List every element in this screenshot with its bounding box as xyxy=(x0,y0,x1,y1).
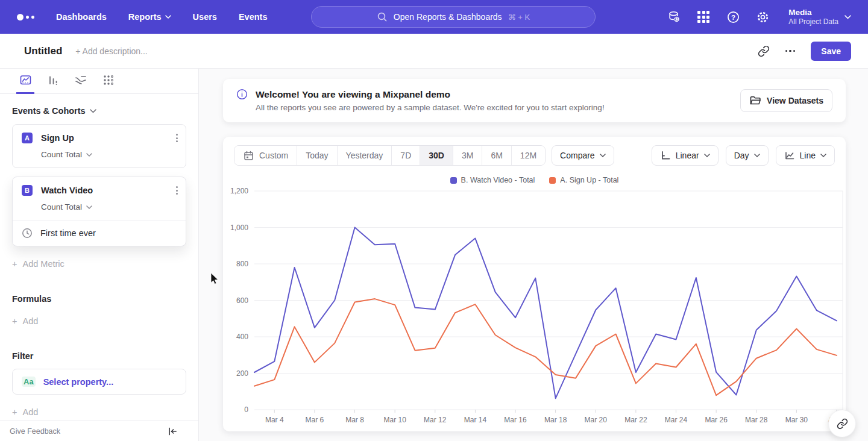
line-chart[interactable]: 02004006008001,0001,200Mar 4Mar 6Mar 8Ma… xyxy=(223,186,846,432)
add-formula-button[interactable]: + Add xyxy=(12,316,186,326)
svg-text:Mar 14: Mar 14 xyxy=(464,416,487,424)
search-icon xyxy=(377,11,388,22)
collapse-sidebar-button[interactable] xyxy=(167,426,178,437)
kebab-menu-icon[interactable] xyxy=(176,186,178,195)
range-today-label: Today xyxy=(306,151,328,160)
chevron-down-icon xyxy=(704,154,710,157)
tab-retention[interactable] xyxy=(99,69,118,94)
plus-icon: + xyxy=(12,259,17,269)
range-7d[interactable]: 7D xyxy=(392,146,420,165)
chart-type-label: Line xyxy=(800,151,816,160)
nav-users-label: Users xyxy=(193,12,217,22)
legend-item-watch-video[interactable]: B. Watch Video - Total xyxy=(450,176,535,184)
metric-name[interactable]: Sign Up xyxy=(41,133,74,143)
range-today[interactable]: Today xyxy=(297,146,337,165)
kebab-menu-icon[interactable] xyxy=(176,134,178,142)
granularity-label: Day xyxy=(734,151,749,160)
more-options-button[interactable] xyxy=(785,50,796,52)
svg-text:1,000: 1,000 xyxy=(230,224,248,232)
range-yesterday[interactable]: Yesterday xyxy=(338,146,392,165)
first-time-ever-label: First time ever xyxy=(40,228,96,238)
range-30d[interactable]: 30D xyxy=(420,146,453,165)
query-builder-sidebar: Events & Cohorts A Sign Up Count Total xyxy=(0,69,199,441)
tab-insights[interactable] xyxy=(16,69,34,94)
svg-text:400: 400 xyxy=(236,333,248,341)
save-button[interactable]: Save xyxy=(811,42,851,61)
svg-text:Mar 6: Mar 6 xyxy=(306,416,324,424)
legend-item-sign-up[interactable]: A. Sign Up - Total xyxy=(549,176,618,184)
svg-text:Mar 16: Mar 16 xyxy=(504,416,527,424)
range-12m[interactable]: 12M xyxy=(512,146,545,165)
chevron-down-icon xyxy=(754,154,760,157)
add-metric-button[interactable]: + Add Metric xyxy=(12,259,186,269)
filter-header: Filter xyxy=(12,351,186,361)
svg-text:?: ? xyxy=(731,13,735,20)
line-chart-icon xyxy=(784,150,795,161)
add-description-field[interactable]: + Add description... xyxy=(75,46,147,56)
nav-dashboards[interactable]: Dashboards xyxy=(56,12,107,22)
nav-events[interactable]: Events xyxy=(239,12,268,22)
view-datasets-button[interactable]: View Datasets xyxy=(740,89,832,112)
aggregation-dropdown[interactable]: Count Total xyxy=(41,150,177,159)
granularity-dropdown[interactable]: Day xyxy=(726,145,769,166)
events-cohorts-header[interactable]: Events & Cohorts xyxy=(12,106,186,116)
link-icon xyxy=(758,45,770,57)
svg-text:Mar 18: Mar 18 xyxy=(544,416,567,424)
help-icon[interactable]: ? xyxy=(726,10,740,24)
report-title[interactable]: Untitled xyxy=(24,45,62,57)
text-property-icon: Aa xyxy=(22,377,36,387)
data-management-icon[interactable] xyxy=(667,10,681,24)
metric-card-sign-up[interactable]: A Sign Up Count Total xyxy=(12,124,186,168)
primary-nav: Dashboards Reports Users Events xyxy=(56,12,267,22)
range-3m[interactable]: 3M xyxy=(453,146,482,165)
nav-reports-label: Reports xyxy=(128,12,162,22)
metric-card-watch-video[interactable]: B Watch Video Count Total First time eve… xyxy=(12,177,186,246)
legend-swatch xyxy=(549,177,556,184)
svg-text:Mar 20: Mar 20 xyxy=(585,416,608,424)
chevron-down-icon xyxy=(844,15,851,19)
add-filter-label: Add xyxy=(22,407,38,417)
settings-gear-icon[interactable] xyxy=(755,10,770,24)
metric-badge-a: A xyxy=(22,133,33,143)
svg-text:Mar 26: Mar 26 xyxy=(705,416,728,424)
global-search-input[interactable]: Open Reports & Dashboards ⌘ + K xyxy=(311,6,596,28)
nav-dashboards-label: Dashboards xyxy=(56,12,107,22)
sidebar-content: Events & Cohorts A Sign Up Count Total xyxy=(0,94,198,421)
aggregation-dropdown[interactable]: Count Total xyxy=(41,202,177,211)
project-selector[interactable]: Media All Project Data xyxy=(788,8,851,26)
nav-users[interactable]: Users xyxy=(193,12,217,22)
chart-type-dropdown[interactable]: Line xyxy=(776,145,835,166)
first-time-ever-option[interactable]: First time ever xyxy=(13,220,186,246)
nav-reports[interactable]: Reports xyxy=(128,12,171,22)
scale-dropdown[interactable]: Linear xyxy=(652,145,719,166)
tab-flows[interactable] xyxy=(72,69,90,94)
range-custom[interactable]: Custom xyxy=(234,146,297,165)
insights-chart-icon xyxy=(19,74,32,87)
project-scope: All Project Data xyxy=(788,17,838,26)
copy-link-button[interactable] xyxy=(758,45,770,57)
svg-text:Mar 10: Mar 10 xyxy=(383,416,406,424)
compare-dropdown[interactable]: Compare xyxy=(552,145,614,166)
filter-property-selector[interactable]: Aa Select property... xyxy=(12,369,186,395)
metric-name[interactable]: Watch Video xyxy=(41,186,93,195)
clock-icon xyxy=(22,228,33,239)
add-filter-button[interactable]: + Add xyxy=(12,407,186,417)
apps-grid-icon[interactable] xyxy=(696,10,711,24)
sidebar-footer: Give Feedback xyxy=(0,421,198,441)
svg-text:Mar 24: Mar 24 xyxy=(665,416,688,424)
date-range-segmented-control: Custom Today Yesterday 7D 30D 3M 6M 12M xyxy=(234,145,546,166)
retention-grid-icon xyxy=(102,74,115,86)
view-datasets-label: View Datasets xyxy=(767,96,823,105)
legend-label: B. Watch Video - Total xyxy=(461,176,535,184)
aggregation-label: Count Total xyxy=(41,202,82,211)
svg-text:800: 800 xyxy=(236,260,248,268)
insights-chart-card: Custom Today Yesterday 7D 30D 3M 6M 12M … xyxy=(223,137,846,431)
mixpanel-logo-icon[interactable] xyxy=(17,14,34,20)
give-feedback-link[interactable]: Give Feedback xyxy=(10,427,60,436)
app-window: Dashboards Reports Users Events Open Rep… xyxy=(0,0,868,441)
aggregation-label: Count Total xyxy=(41,150,82,159)
share-link-fab[interactable] xyxy=(828,410,856,437)
tab-funnels[interactable] xyxy=(44,69,62,94)
chevron-down-icon xyxy=(600,154,606,157)
range-6m[interactable]: 6M xyxy=(482,146,511,165)
